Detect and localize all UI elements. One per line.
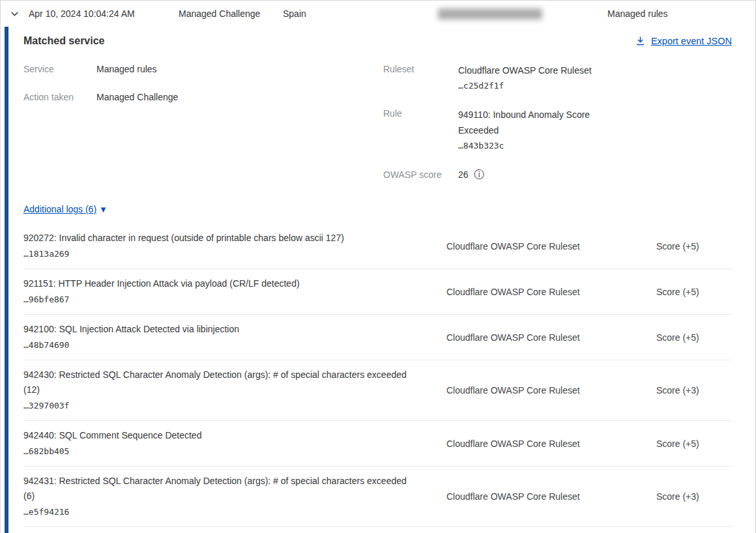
info-icon[interactable]: ⓘ [474, 169, 485, 180]
event-timestamp: Apr 10, 2024 10:04:24 AM [29, 8, 179, 19]
log-score: Score (+3) [656, 385, 732, 396]
additional-logs-link[interactable]: Additional logs (6) [23, 204, 96, 214]
log-row: 942431: Restricted SQL Character Anomaly… [23, 467, 732, 527]
service-field: Service Managed rules [23, 63, 383, 76]
log-rule-description: 942100: SQL Injection Attack Detected vi… [23, 322, 414, 337]
chevron-down-icon [9, 8, 20, 20]
log-score: Score (+3) [656, 491, 732, 502]
owasp-score-value: 26 [458, 167, 469, 182]
log-rule-hash: …1813a269 [23, 246, 420, 261]
event-country: Spain [283, 8, 438, 19]
log-rule-hash: …96bfe867 [23, 292, 420, 307]
export-event-json-label: Export event JSON [651, 36, 732, 46]
log-row: 942100: SQL Injection Attack Detected vi… [23, 315, 732, 360]
log-rule-hash: …48b74690 [23, 338, 420, 353]
log-ruleset: Cloudflare OWASP Core Ruleset [446, 287, 656, 297]
event-summary-row: Apr 10, 2024 10:04:24 AM Managed Challen… [1, 1, 755, 27]
log-ruleset: Cloudflare OWASP Core Ruleset [446, 439, 656, 449]
ruleset-hash: …c25d2f1f [458, 78, 592, 94]
owasp-score-field: OWASP score 26 ⓘ [383, 167, 621, 182]
log-rule-description: 942440: SQL Comment Sequence Detected [23, 428, 414, 443]
action-taken-label: Action taken [23, 91, 96, 104]
rule-field: Rule 949110: Inbound Anomaly Score Excee… [383, 107, 621, 154]
action-taken-field: Action taken Managed Challenge [23, 91, 383, 104]
log-rule-description: 942431: Restricted SQL Character Anomaly… [23, 474, 414, 504]
additional-logs-table: 920272: Invalid character in request (ou… [23, 223, 732, 527]
caret-down-icon: ▼ [99, 205, 108, 214]
event-service: Managed rules [607, 8, 755, 19]
log-rule-description: 920272: Invalid character in request (ou… [23, 231, 414, 246]
action-taken-value: Managed Challenge [96, 91, 178, 104]
log-rule-hash: …682bb405 [23, 444, 420, 459]
detail-titlebar: Matched service Export event JSON [23, 35, 732, 47]
log-row: 921151: HTTP Header Injection Attack via… [23, 269, 732, 315]
log-rule-hash: …e5f94216 [23, 504, 420, 519]
log-row: 942430: Restricted SQL Character Anomaly… [23, 360, 732, 421]
ruleset-name: Cloudflare OWASP Core Ruleset [458, 63, 592, 78]
event-action: Managed Challenge [179, 8, 283, 19]
log-row: 942440: SQL Comment Sequence Detected …6… [23, 421, 732, 467]
log-rule-description: 942430: Restricted SQL Character Anomaly… [23, 367, 414, 397]
rule-label: Rule [383, 107, 458, 154]
firewall-event-panel: Apr 10, 2024 10:04:24 AM Managed Challen… [0, 0, 756, 533]
log-rule-hash: …3297003f [23, 398, 420, 413]
log-ruleset: Cloudflare OWASP Core Ruleset [446, 241, 656, 252]
log-row: 920272: Invalid character in request (ou… [23, 223, 732, 269]
export-event-json-link[interactable]: Export event JSON [635, 36, 732, 46]
rule-name: 949110: Inbound Anomaly Score Exceeded [458, 107, 621, 138]
log-rule-description: 921151: HTTP Header Injection Attack via… [23, 276, 414, 291]
log-ruleset: Cloudflare OWASP Core Ruleset [446, 385, 656, 396]
service-value: Managed rules [96, 63, 157, 76]
owasp-score-label: OWASP score [383, 168, 458, 181]
log-score: Score (+5) [656, 439, 732, 449]
log-score: Score (+5) [656, 332, 732, 343]
ruleset-label: Ruleset [383, 63, 458, 94]
service-label: Service [23, 63, 96, 76]
redacted-value [438, 8, 542, 20]
download-icon [635, 36, 645, 46]
log-score: Score (+5) [656, 287, 732, 297]
matched-service-title: Matched service [23, 35, 105, 47]
collapse-row-button[interactable] [9, 8, 29, 20]
log-ruleset: Cloudflare OWASP Core Ruleset [446, 491, 656, 502]
ruleset-field: Ruleset Cloudflare OWASP Core Ruleset …c… [383, 63, 621, 94]
log-ruleset: Cloudflare OWASP Core Ruleset [446, 332, 656, 343]
matched-service-fields: Service Managed rules Action taken Manag… [23, 63, 732, 195]
rule-hash: …843b323c [458, 138, 621, 154]
log-score: Score (+5) [656, 241, 732, 252]
event-detail-panel: Matched service Export event JSON Servic… [5, 27, 739, 533]
